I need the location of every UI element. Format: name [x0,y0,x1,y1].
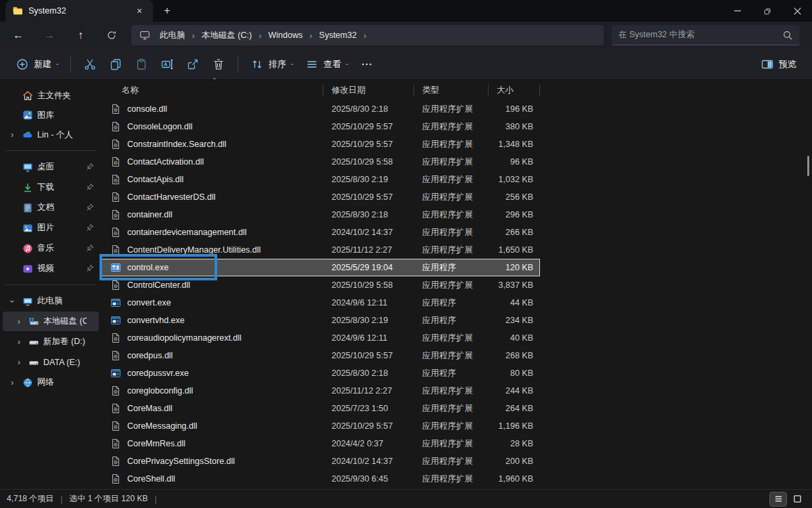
file-row[interactable]: console.dll2025/8/30 2:18应用程序扩展196 KB [102,100,540,118]
sidebar-item-新加卷 (D:)[interactable]: ›新加卷 (D:) [3,332,99,352]
back-button[interactable]: ← [7,25,30,45]
sidebar-item-图库[interactable]: 图库 [3,106,99,125]
chevron-right-icon[interactable]: › [15,337,23,347]
file-row[interactable]: ConsoleLogon.dll2025/10/29 5:57应用程序扩展380… [102,118,540,135]
chevron-down-icon[interactable]: › [7,297,17,305]
file-type: 应用程序扩展 [414,245,489,256]
file-row[interactable]: convert.exe2024/9/6 12:11应用程序44 KB [102,294,540,312]
file-type: 应用程序 [414,262,489,274]
file-date-modified: 2024/10/2 14:37 [323,228,414,237]
file-row[interactable]: CoreMmRes.dll2024/4/2 0:37应用程序扩展28 KB [102,435,540,452]
file-row[interactable]: container.dll2025/8/30 2:18应用程序扩展296 KB [102,206,540,224]
sidebar-item-音乐[interactable]: 音乐 [3,238,99,258]
dll-file-icon [110,385,121,396]
file-row[interactable]: convertvhd.exe2025/8/30 2:19应用程序234 KB [102,312,540,329]
search-icon[interactable] [782,30,793,41]
file-row[interactable]: coreaudiopolicymanagerext.dll2024/9/6 12… [102,329,540,347]
sidebar-item-网络[interactable]: ›网络 [3,373,99,392]
refresh-button[interactable] [100,25,123,45]
explorer-tab[interactable]: System32 × [5,0,153,22]
share-button[interactable] [180,53,206,76]
sidebar-item-本地磁盘 (C:)[interactable]: ›本地磁盘 (C:) [3,312,99,331]
dll-file-icon [110,104,121,114]
file-name: convertvhd.exe [102,315,323,326]
sidebar-item-主文件夹[interactable]: 主文件夹 [3,86,99,105]
breadcrumb-item[interactable]: Windows [263,28,309,42]
file-type: 应用程序扩展 [414,280,489,291]
sidebar-item-下载[interactable]: 下载 [3,177,99,197]
file-row[interactable]: CorePrivacySettingsStore.dll2024/10/2 14… [102,452,540,470]
forward-button[interactable]: → [38,25,61,45]
view-list-icon [305,58,319,71]
file-row[interactable]: ContactApis.dll2025/8/30 2:19应用程序扩展1,032… [102,171,540,188]
new-button[interactable]: 新建 › [9,53,64,76]
column-header-size[interactable]: 大小 [489,80,540,100]
sidebar-item-label: DATA (E:) [43,358,87,367]
chevron-right-icon[interactable]: › [8,130,16,140]
file-row[interactable]: coreglobconfig.dll2025/11/12 2:27应用程序扩展2… [102,382,540,400]
drive-icon [28,357,39,368]
file-row[interactable]: coredpussvr.exe2025/8/30 2:18应用程序80 KB [102,364,540,382]
new-tab-button[interactable]: + [157,2,177,20]
file-row[interactable]: CoreShell.dll2025/9/30 6:45应用程序扩展1,960 K… [102,470,540,488]
breadcrumb-item[interactable]: System32 [314,28,363,42]
rename-button[interactable] [154,53,180,76]
breadcrumb-item[interactable]: 此电脑 [154,28,191,43]
up-button[interactable]: ↑ [69,25,92,45]
chevron-right-icon[interactable]: › [15,317,23,326]
paste-button[interactable] [129,53,154,76]
details-view-button[interactable] [770,492,786,506]
home-icon [22,90,33,101]
file-date-modified: 2025/10/29 5:57 [323,192,414,202]
chevron-right-icon[interactable]: › [8,378,16,387]
sidebar-item-桌面[interactable]: 桌面 [3,157,99,177]
close-button[interactable] [782,0,812,22]
file-size: 234 KB [489,316,540,325]
file-row[interactable]: ContactHarvesterDS.dll2025/10/29 5:57应用程… [102,188,540,206]
sidebar-item-label: 主文件夹 [37,90,87,102]
file-row[interactable]: containerdevicemanagement.dll2024/10/2 1… [102,224,540,241]
more-dots-icon [360,58,374,71]
dll-file-icon [110,403,121,414]
sidebar-item-DATA (E:)[interactable]: ›DATA (E:) [3,352,99,372]
column-header-date[interactable]: 修改日期 [323,80,414,100]
more-button[interactable] [354,53,380,76]
this-pc-monitor-icon[interactable] [139,30,150,41]
copy-button[interactable] [103,53,129,76]
sidebar-item-图片[interactable]: 图片 [3,218,99,238]
file-type: 应用程序扩展 [414,473,489,485]
search-box[interactable]: 在 System32 中搜索 [612,25,800,45]
breadcrumb-chevron-icon[interactable]: › [308,30,313,41]
file-name: CorePrivacySettingsStore.dll [102,456,323,467]
plus-circle-icon [16,58,29,71]
breadcrumb-item[interactable]: 本地磁盘 (C:) [196,28,257,43]
file-row[interactable]: ConstraintIndex.Search.dll2025/10/29 5:5… [102,135,540,153]
view-button[interactable]: 查看 › [299,53,354,76]
file-row[interactable]: CoreMas.dll2025/7/23 1:50应用程序扩展264 KB [102,400,540,417]
cut-button[interactable] [77,53,103,76]
file-row[interactable]: CoreMessaging.dll2025/10/29 5:57应用程序扩展1,… [102,417,540,435]
large-icons-view-button[interactable] [789,492,805,506]
delete-button[interactable] [206,53,231,76]
tab-close-icon[interactable]: × [133,4,146,18]
breadcrumb-chevron-icon[interactable]: › [191,30,196,41]
column-header-type[interactable]: 类型 [414,80,489,100]
breadcrumb-chevron-icon[interactable]: › [257,30,263,41]
sidebar-item-视频[interactable]: 视频 [3,259,99,278]
file-row[interactable]: coredpus.dll2025/10/29 5:57应用程序扩展268 KB [102,347,540,364]
vertical-scrollbar[interactable] [807,156,809,176]
sidebar-item-文档[interactable]: 文档 [3,198,99,217]
sidebar-item-Lin - 个人[interactable]: ›Lin - 个人 [3,125,99,144]
sort-button[interactable]: 排序 › [244,53,299,76]
preview-button[interactable]: 预览 [754,53,803,76]
breadcrumb-chevron-icon[interactable]: › [362,30,367,41]
chevron-right-icon[interactable]: › [15,358,23,367]
restore-button[interactable] [752,0,782,22]
dll-file-icon [110,192,121,203]
column-header-name[interactable]: 名称 [102,80,323,100]
titlebar: System32 × + [0,0,812,22]
sidebar-item-此电脑[interactable]: ›此电脑 [3,291,99,311]
file-date-modified: 2024/9/6 12:11 [323,298,414,308]
file-row[interactable]: ContactActivation.dll2025/10/29 5:58应用程序… [102,153,540,171]
minimize-button[interactable] [723,0,752,22]
